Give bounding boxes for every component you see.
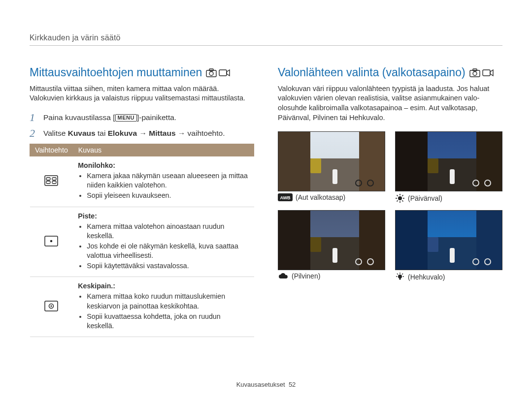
step2-b2: Elokuva <box>108 129 137 137</box>
step-1: 1 Paina kuvaustilassa [MENU]-painiketta. <box>30 112 254 123</box>
svg-rect-6 <box>52 178 56 180</box>
option-title: Monilohko: <box>78 161 249 169</box>
svg-point-16 <box>473 71 477 75</box>
wb-caption: (Pilvinen) <box>292 272 320 280</box>
svg-line-34 <box>397 274 398 275</box>
svg-point-13 <box>51 306 52 307</box>
step2-e: → vaihtoehto. <box>176 129 225 137</box>
page-footer: Kuvausasetukset 52 <box>0 381 532 388</box>
option-title: Keskipain.: <box>78 282 249 290</box>
bulb-icon <box>395 272 405 282</box>
step1-post: ]-painiketta. <box>137 113 176 122</box>
svg-rect-4 <box>45 176 58 185</box>
svg-line-25 <box>397 195 398 196</box>
options-col1-header: Vaihtoehto <box>30 144 73 156</box>
camera-mode-icon <box>206 68 217 77</box>
svg-rect-7 <box>46 181 50 184</box>
step-number-1: 1 <box>30 112 38 123</box>
wb-caption: (Hehkuvalo) <box>408 273 445 281</box>
step2-a: Valitse <box>43 129 68 137</box>
step1-pre: Paina kuvaustilassa [ <box>43 113 115 122</box>
svg-rect-30 <box>399 278 401 280</box>
wb-sample-image <box>395 210 502 270</box>
option-title: Piste: <box>78 212 249 220</box>
wb-sample-cloudy: (Pilvinen) <box>278 210 385 282</box>
menu-key-label: MENU <box>115 114 137 122</box>
left-heading-text: Mittausvaihtoehtojen muuttaminen <box>30 65 202 80</box>
svg-rect-1 <box>209 69 213 71</box>
wb-sample-image <box>395 131 502 191</box>
svg-rect-15 <box>473 69 477 71</box>
right-intro: Valokuvan väri riippuu valonlähteen tyyp… <box>278 84 502 123</box>
option-bullet: Sopii käytettäväksi vastavalossa. <box>87 261 249 271</box>
sun-icon <box>395 193 405 203</box>
left-intro: Mittaustila viittaa siihen, miten kamera… <box>30 84 254 103</box>
awb-icon: AWB <box>278 193 293 201</box>
wb-sample-image <box>278 210 385 270</box>
options-col2-header: Kuvaus <box>73 144 254 156</box>
option-icon-center <box>30 277 73 337</box>
wb-sample-incandescent: (Hehkuvalo) <box>395 210 502 282</box>
svg-rect-8 <box>52 181 56 184</box>
svg-rect-17 <box>483 70 490 76</box>
right-heading: Valonlähteen valinta (valkotasapaino) <box>278 65 502 80</box>
option-bullet: Sopii yleiseen kuvaukseen. <box>87 191 249 200</box>
table-row: Monilohko: Kamera jakaa näkymän useaan a… <box>30 156 254 207</box>
svg-point-10 <box>50 240 52 242</box>
option-bullet: Jos kohde ei ole näkymän keskellä, kuva … <box>87 242 249 260</box>
table-row: Keskipain.: Kamera mittaa koko ruudun mi… <box>30 277 254 337</box>
footer-section: Kuvausasetukset <box>236 381 285 388</box>
left-column: Mittausvaihtoehtojen muuttaminen Mittaus… <box>30 65 254 337</box>
wb-caption: (Päivänval) <box>408 194 442 202</box>
step-number-2: 2 <box>30 128 38 139</box>
wb-sample-image <box>278 131 385 191</box>
option-icon-spot <box>30 207 73 277</box>
option-bullet: Kamera mittaa valotehon ainoastaan ruudu… <box>87 222 249 241</box>
svg-point-2 <box>209 71 213 75</box>
options-table: Vaihtoehto Kuvaus Monilohko: Kamera jaka… <box>30 144 254 337</box>
left-heading: Mittausvaihtoehtojen muuttaminen <box>30 65 254 80</box>
wb-sample-daylight: (Päivänval) <box>395 131 502 203</box>
camera-mode-icon <box>469 68 480 77</box>
step2-d1: → <box>137 129 149 137</box>
video-mode-icon <box>482 68 494 77</box>
step-2: 2 Valitse Kuvaus tai Elokuva → Mittaus →… <box>30 128 254 139</box>
option-icon-multi <box>30 156 73 207</box>
option-bullet: Kamera jakaa näkymän useaan alueeseen ja… <box>87 171 249 190</box>
svg-line-28 <box>402 195 403 196</box>
svg-line-27 <box>397 201 398 202</box>
svg-text:AWB: AWB <box>280 195 291 200</box>
step2-b3: Mittaus <box>149 129 175 137</box>
step2-b1: Kuvaus <box>68 129 96 137</box>
wb-caption: (Aut valkotasap) <box>296 193 345 201</box>
cloud-icon <box>278 272 289 280</box>
svg-rect-5 <box>46 178 50 180</box>
wb-sample-awb: AWB (Aut valkotasap) <box>278 131 385 203</box>
breadcrumb: Kirkkauden ja värin säätö <box>30 33 502 46</box>
svg-line-26 <box>402 201 403 202</box>
svg-point-20 <box>398 196 402 200</box>
right-column: Valonlähteen valinta (valkotasapaino) Va… <box>278 65 502 337</box>
step2-c: tai <box>96 129 108 137</box>
footer-page-number: 52 <box>289 381 296 388</box>
svg-point-29 <box>398 275 402 278</box>
right-heading-text: Valonlähteen valinta (valkotasapaino) <box>278 65 466 80</box>
video-mode-icon <box>219 68 231 77</box>
table-row: Piste: Kamera mittaa valotehon ainoastaa… <box>30 207 254 277</box>
option-bullet: Sopii kuvattaessa kohdetta, joka on ruud… <box>87 312 249 331</box>
svg-line-35 <box>402 274 403 275</box>
svg-rect-3 <box>219 70 227 76</box>
option-bullet: Kamera mittaa koko ruudun mittauslukemie… <box>87 292 249 310</box>
